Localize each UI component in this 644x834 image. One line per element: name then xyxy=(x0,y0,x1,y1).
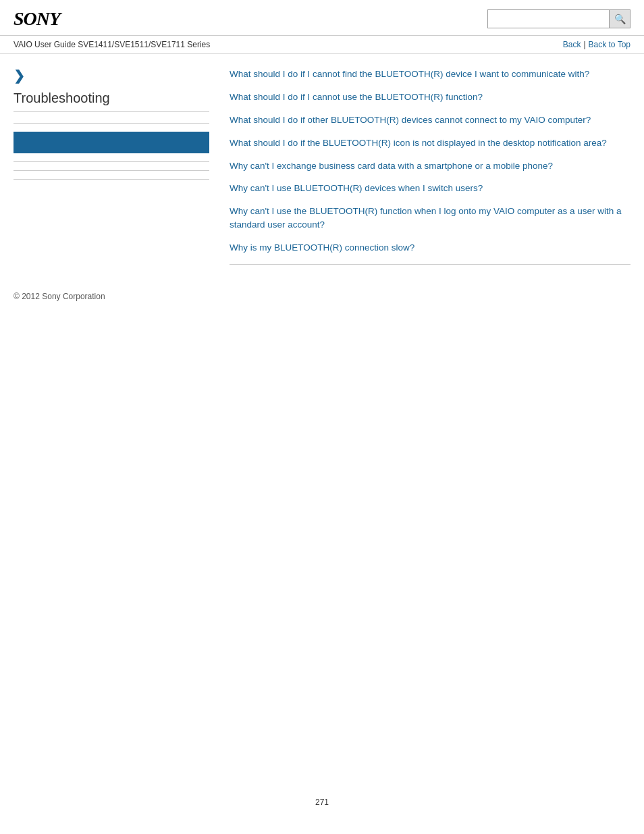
sony-logo: SONY xyxy=(14,8,60,30)
header: SONY 🔍 xyxy=(0,0,644,36)
list-item: Why can't I use the BLUETOOTH(R) functio… xyxy=(230,205,630,232)
copyright-text: © 2012 Sony Corporation xyxy=(14,292,105,301)
guide-title: VAIO User Guide SVE1411/SVE1511/SVE1711 … xyxy=(14,40,210,49)
content-link-2[interactable]: What should I do if other BLUETOOTH(R) d… xyxy=(230,115,591,125)
sidebar-divider-4 xyxy=(14,179,209,180)
list-item: What should I do if the BLUETOOTH(R) ico… xyxy=(230,136,630,150)
list-item: What should I do if other BLUETOOTH(R) d… xyxy=(230,113,630,127)
content-link-6[interactable]: Why can't I use the BLUETOOTH(R) functio… xyxy=(230,206,622,230)
back-link[interactable]: Back xyxy=(563,40,581,49)
list-item: Why is my BLUETOOTH(R) connection slow? xyxy=(230,241,630,255)
content-link-4[interactable]: Why can't I exchange business card data … xyxy=(230,161,553,171)
footer: © 2012 Sony Corporation xyxy=(0,278,644,315)
search-area: 🔍 xyxy=(487,9,630,28)
nav-links: Back | Back to Top xyxy=(563,40,630,49)
content-bottom-border xyxy=(230,264,630,265)
sidebar-divider-3 xyxy=(14,170,209,171)
nav-separator: | xyxy=(583,40,585,49)
search-icon: 🔍 xyxy=(614,14,626,24)
content-link-0[interactable]: What should I do if I cannot find the BL… xyxy=(230,69,589,79)
page-number: 271 xyxy=(0,798,644,807)
sidebar-section-title: Troubleshooting xyxy=(14,90,209,112)
sidebar: ❯ Troubleshooting xyxy=(14,68,223,265)
content-area: What should I do if I cannot find the BL… xyxy=(223,68,630,265)
search-button[interactable]: 🔍 xyxy=(609,9,630,28)
content-link-5[interactable]: Why can't I use BLUETOOTH(R) devices whe… xyxy=(230,183,483,193)
content-link-1[interactable]: What should I do if I cannot use the BLU… xyxy=(230,92,483,102)
main-content: ❯ Troubleshooting What should I do if I … xyxy=(0,54,644,278)
list-item: What should I do if I cannot find the BL… xyxy=(230,68,630,81)
list-item: What should I do if I cannot use the BLU… xyxy=(230,90,630,104)
nav-bar: VAIO User Guide SVE1411/SVE1511/SVE1711 … xyxy=(0,36,644,54)
sidebar-divider-2 xyxy=(14,161,209,162)
bluetooth-links-list: What should I do if I cannot find the BL… xyxy=(230,68,630,255)
content-link-3[interactable]: What should I do if the BLUETOOTH(R) ico… xyxy=(230,138,607,148)
content-link-7[interactable]: Why is my BLUETOOTH(R) connection slow? xyxy=(230,242,414,253)
sidebar-arrow-icon: ❯ xyxy=(14,68,209,84)
list-item: Why can't I use BLUETOOTH(R) devices whe… xyxy=(230,182,630,195)
search-input[interactable] xyxy=(487,9,609,28)
list-item: Why can't I exchange business card data … xyxy=(230,159,630,173)
back-to-top-link[interactable]: Back to Top xyxy=(589,40,630,49)
sidebar-divider-1 xyxy=(14,123,209,124)
sidebar-active-item[interactable] xyxy=(14,132,209,153)
